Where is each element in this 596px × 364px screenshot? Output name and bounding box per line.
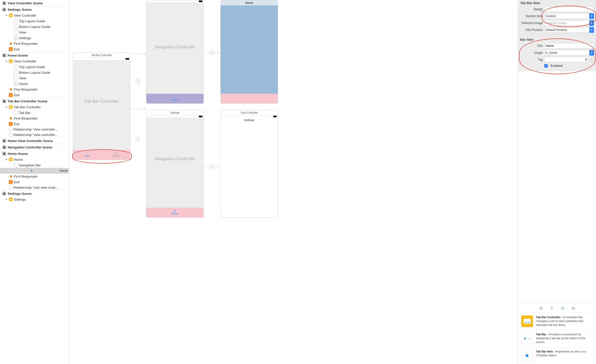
image-select[interactable]: ic_home ▲▼	[544, 50, 594, 56]
document-outline[interactable]: ▦View Controller Scene▦Settings Scene▼●V…	[0, 0, 69, 364]
title-position-select[interactable]: Default Position ▲▼	[544, 27, 594, 33]
library-item[interactable]: ★ •••Tab Bar Controller - A controller t…	[518, 313, 596, 330]
media-library-icon[interactable]: ▤	[571, 305, 576, 311]
outline-row[interactable]: →Exit	[0, 92, 69, 98]
scene-home[interactable]: Home	[220, 0, 278, 104]
outline-row[interactable]: View	[0, 75, 69, 81]
tab-bar[interactable]: ⌂ Home	[146, 94, 203, 103]
guide-icon	[14, 163, 18, 167]
outline-row[interactable]: Relationship "root view contr...	[0, 185, 69, 190]
row-label: Home	[59, 169, 68, 173]
outline-row[interactable]: ⬣First Responder	[0, 174, 69, 179]
scene-icon: ▦	[2, 139, 6, 143]
select-value: ic_home	[546, 51, 557, 55]
scene-navigation-controller-settings[interactable]: Settings Navigation Controller ⚙ Setting…	[146, 110, 204, 218]
row-label: Home	[19, 82, 28, 86]
disclosure-triangle[interactable]: ▼	[5, 198, 8, 201]
segue-joint[interactable]: ⟲	[135, 136, 140, 141]
system-item-select[interactable]: Custom ▲▼	[544, 13, 594, 19]
section-title: Tab Bar Item	[520, 0, 594, 6]
outline-row[interactable]: Bottom Layout Guide	[0, 70, 69, 75]
library-thumb: ★	[521, 350, 533, 361]
disclosure-triangle[interactable]: ▼	[5, 14, 8, 17]
outline-scene-header[interactable]: ▦View Controller Scene	[0, 0, 69, 6]
object-library-icon[interactable]: ◎	[560, 305, 565, 311]
outline-row[interactable]: Relationship "view controller...	[0, 132, 69, 137]
scene-label: Navigation Controller	[146, 110, 203, 208]
title-input[interactable]	[544, 43, 594, 49]
outline-scene-header[interactable]: ▦Navigation Controller Scene	[0, 144, 69, 150]
outline-row[interactable]: ⬣First Responder	[0, 87, 69, 92]
row-label: Tab Bar	[19, 111, 30, 115]
segue-joint[interactable]: ⟲	[210, 164, 215, 169]
file-template-icon[interactable]: ▥	[538, 305, 543, 311]
scene-settings[interactable]: View Controller Settings	[220, 110, 278, 218]
outline-row[interactable]: ▼●Tab Bar Controller	[0, 104, 69, 110]
scene-navigation-controller-home[interactable]: Navigation Controller ⌂ Home	[146, 0, 204, 104]
segue-joint[interactable]: ⟲	[135, 79, 140, 84]
disclosure-triangle[interactable]: ▼	[5, 158, 8, 161]
cube-icon: ⬣	[9, 87, 13, 91]
library-item[interactable]: ★ •••Tab Bar - Provides a mechanism for …	[518, 330, 596, 347]
tab-label: Home	[172, 99, 178, 101]
outline-row[interactable]: ★Home	[0, 168, 69, 174]
tab-settings[interactable]: ⚙ Settings	[146, 208, 203, 217]
tab-bar[interactable]: ⌂ Home ⚙ Settings	[73, 150, 130, 160]
outline-row[interactable]: →Exit	[0, 121, 69, 127]
badge-input[interactable]	[544, 6, 594, 12]
circ-icon	[9, 128, 12, 131]
tab-home[interactable]: ⌂ Home	[146, 94, 203, 103]
outline-row[interactable]: Tab Bar	[0, 110, 69, 115]
scene-icon: ▦	[2, 1, 6, 5]
select-value: Custom	[546, 14, 556, 18]
outline-row[interactable]: ⬣First Responder	[0, 115, 69, 121]
row-label: Settings	[14, 198, 26, 201]
row-label: Home	[14, 158, 23, 162]
tag-stepper[interactable]: ▲▼	[590, 57, 594, 62]
selected-image-select[interactable]: Selected Image ▲▼	[544, 20, 594, 26]
disclosure-triangle[interactable]: ▼	[5, 60, 8, 63]
tab-home[interactable]: ⌂ Home	[73, 150, 102, 160]
outline-scene-header[interactable]: ▦Home View Controller Scene	[0, 137, 69, 144]
outline-row[interactable]: ▼●View Controller	[0, 13, 69, 18]
outline-row[interactable]: Navigation Bar	[0, 162, 69, 168]
scene-title: Home Scene	[8, 152, 28, 156]
scene-tabbarcontroller[interactable]: Tab Bar Controller Tab Bar Controller ⌂ …	[73, 52, 130, 160]
outline-scene-header[interactable]: ▦Settings Scene	[0, 6, 69, 13]
row-label: Tab Bar Controller	[14, 105, 41, 109]
tab-settings[interactable]: ⚙ Settings	[102, 150, 130, 160]
storyboard-canvas[interactable]: Tab Bar Controller Tab Bar Controller ⌂ …	[69, 0, 518, 364]
outline-row[interactable]: ▼●View Controller	[0, 58, 69, 64]
tag-input[interactable]	[544, 57, 588, 62]
disclosure-triangle[interactable]: ▼	[5, 106, 8, 109]
outline-row[interactable]: Top Layout Guide	[0, 64, 69, 70]
outline-row[interactable]: View	[0, 29, 69, 35]
cube-icon: ⬣	[9, 116, 13, 120]
code-snippets-icon[interactable]: {}	[549, 305, 554, 311]
outline-scene-header[interactable]: ▦Home Scene	[0, 52, 69, 58]
outline-row[interactable]: ▼●Settings	[0, 197, 69, 202]
row-label: Top Layout Guide	[19, 19, 45, 23]
object-library-list[interactable]: ★ •••Tab Bar Controller - A controller t…	[518, 313, 596, 364]
outline-row[interactable]: →Exit	[0, 46, 69, 52]
outline-row[interactable]: Top Layout Guide	[0, 18, 69, 24]
outline-scene-header[interactable]: ▦Settings Scene	[0, 190, 69, 197]
outline-row[interactable]: ‹Settings	[0, 35, 69, 41]
outline-row[interactable]: ▼●Home	[0, 157, 69, 162]
segue-joint[interactable]: ⟲	[210, 50, 215, 55]
attributes-inspector[interactable]: Tab Bar Item Badge System Item Custom ▲▼…	[518, 0, 596, 364]
library-item[interactable]: ★Tab Bar Item - Represents an item on a …	[518, 347, 596, 364]
outline-row[interactable]: ‹Home	[0, 81, 69, 87]
vc-icon: ●	[9, 197, 13, 201]
outline-scene-header[interactable]: ▦Home Scene	[0, 150, 69, 157]
outline-row[interactable]: ⬣First Responder	[0, 41, 69, 46]
enabled-checkbox[interactable]: ✓	[544, 64, 548, 68]
outline-row[interactable]: Relationship "view controller...	[0, 127, 69, 132]
row-label: View	[19, 76, 26, 80]
outline-row[interactable]: Bottom Layout Guide	[0, 24, 69, 29]
library-tab-bar[interactable]: ▥ {} ◎ ▤	[518, 303, 596, 313]
outline-row[interactable]: →Exit	[0, 179, 69, 185]
outline-scene-header[interactable]: ▦Tab Bar Controller Scene	[0, 98, 69, 104]
tab-bar[interactable]: ⚙ Settings	[146, 208, 203, 217]
guide-icon	[14, 70, 18, 74]
